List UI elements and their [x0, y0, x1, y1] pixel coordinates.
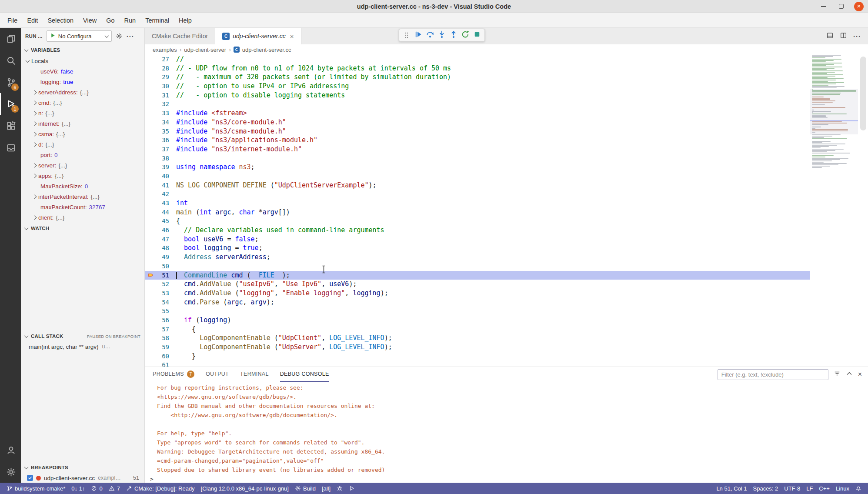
- remote-os[interactable]: Linux: [833, 483, 852, 494]
- code-line-54[interactable]: 54 cmd.Parse (argc, argv);: [145, 298, 810, 307]
- variable-row[interactable]: n:{...}: [21, 108, 144, 118]
- variable-row[interactable]: client:{...}: [21, 212, 144, 223]
- gutter-glyph[interactable]: [145, 73, 156, 82]
- cmake-status[interactable]: CMake: [Debug]: Ready: [123, 483, 198, 494]
- line-number[interactable]: 33: [156, 109, 169, 118]
- breadcrumb-item-1[interactable]: udp-client-server: [184, 47, 226, 53]
- line-number[interactable]: 50: [156, 262, 169, 271]
- line-number[interactable]: 40: [156, 172, 169, 181]
- code-line-60[interactable]: 60 }: [145, 352, 810, 361]
- code-editor[interactable]: 27//28// - UDP flow from n0 to n1 of 102…: [145, 55, 868, 367]
- code-line-58[interactable]: 58 LogComponentEnable ("UdpClient", LOG_…: [145, 334, 810, 343]
- code-line-39[interactable]: 39using namespace ns3;: [145, 163, 810, 172]
- activity-settings[interactable]: [0, 461, 21, 483]
- code-line-48[interactable]: 48 bool logging = true;: [145, 244, 810, 253]
- line-number[interactable]: 42: [156, 190, 169, 199]
- activity-search[interactable]: [0, 50, 21, 71]
- code-line-32[interactable]: 32: [145, 100, 810, 109]
- debug-target-button[interactable]: [334, 483, 346, 494]
- menu-item-go[interactable]: Go: [101, 13, 119, 27]
- cursor-position[interactable]: Ln 51, Col 1: [713, 483, 750, 494]
- code-line-38[interactable]: 38: [145, 154, 810, 163]
- gutter-glyph[interactable]: [145, 199, 156, 208]
- minimize-button[interactable]: [819, 2, 828, 11]
- variable-row[interactable]: csma:{...}: [21, 129, 144, 139]
- console-filter-input[interactable]: [718, 369, 828, 380]
- drag-handle[interactable]: [401, 30, 412, 40]
- code-line-33[interactable]: 33#include <fstream>: [145, 109, 810, 118]
- git-sync-status[interactable]: 0↓ 1↑: [68, 483, 88, 494]
- line-number[interactable]: 61: [156, 360, 169, 367]
- variable-row[interactable]: MaxPacketSize:0: [21, 181, 144, 191]
- line-number[interactable]: 30: [156, 82, 169, 91]
- code-line-34[interactable]: 34#include "ns3/core-module.h": [145, 118, 810, 127]
- code-line-50[interactable]: 50: [145, 262, 810, 271]
- variable-row[interactable]: serverAddress:{...}: [21, 87, 144, 97]
- debug-console[interactable]: Type "show configuration" for configurat…: [145, 382, 868, 483]
- variable-row[interactable]: logging:true: [21, 77, 144, 87]
- gutter-glyph[interactable]: [145, 280, 156, 289]
- panel-tab-terminal[interactable]: TERMINAL: [240, 367, 269, 382]
- variable-row[interactable]: Locals: [21, 56, 144, 66]
- gutter-glyph[interactable]: [145, 244, 156, 253]
- variable-row[interactable]: port:0: [21, 150, 144, 160]
- menu-item-view[interactable]: View: [78, 13, 101, 27]
- breakpoint-checkbox[interactable]: [27, 475, 33, 481]
- console-options-icon[interactable]: [834, 370, 841, 379]
- line-number[interactable]: 46: [156, 226, 169, 235]
- code-line-46[interactable]: 46 // Declare variables used in command-…: [145, 226, 810, 235]
- gutter-glyph[interactable]: [145, 262, 156, 271]
- variables-section-header[interactable]: VARIABLES: [21, 44, 144, 56]
- code-line-35[interactable]: 35#include "ns3/csma-module.h": [145, 127, 810, 136]
- language-mode[interactable]: C++: [816, 483, 833, 494]
- code-line-42[interactable]: 42: [145, 190, 810, 199]
- activity-source-control[interactable]: 6: [0, 71, 21, 93]
- line-number[interactable]: 52: [156, 280, 169, 289]
- gutter-glyph[interactable]: [145, 127, 156, 136]
- line-number[interactable]: 34: [156, 118, 169, 127]
- code-line-31[interactable]: 31// - option to disable logging stateme…: [145, 91, 810, 100]
- tab-udp-client-server-cc[interactable]: Cudp-client-server.cc×: [215, 28, 301, 44]
- line-number[interactable]: 49: [156, 253, 169, 262]
- line-number[interactable]: 39: [156, 163, 169, 172]
- code-line-53[interactable]: 53 cmd.AddValue ("logging", "Enable logg…: [145, 289, 810, 298]
- continue-button[interactable]: [413, 30, 424, 40]
- restart-button[interactable]: [460, 30, 471, 40]
- minimap[interactable]: [810, 55, 858, 367]
- notifications-bell[interactable]: [852, 483, 865, 494]
- stop-button[interactable]: [472, 30, 482, 40]
- code-line-59[interactable]: 59 LogComponentEnable ("UdpServer", LOG_…: [145, 343, 810, 352]
- code-line-56[interactable]: 56 if (logging): [145, 316, 810, 325]
- line-number[interactable]: 51: [156, 271, 169, 280]
- line-number[interactable]: 57: [156, 325, 169, 334]
- code-line-41[interactable]: 41NS_LOG_COMPONENT_DEFINE ("UdpClientSer…: [145, 181, 810, 190]
- line-number[interactable]: 54: [156, 298, 169, 307]
- gutter-glyph[interactable]: [145, 109, 156, 118]
- code-line-57[interactable]: 57 {: [145, 325, 810, 334]
- console-prompt[interactable]: >: [150, 474, 868, 483]
- variable-row[interactable]: useV6:false: [21, 66, 144, 77]
- watch-section-header[interactable]: WATCH: [21, 223, 144, 234]
- gutter-glyph[interactable]: [145, 91, 156, 100]
- configure-gear-icon[interactable]: [116, 33, 123, 40]
- code-line-52[interactable]: 52 cmd.AddValue ("useIpv6", "Use Ipv6", …: [145, 280, 810, 289]
- step-out-button[interactable]: [448, 30, 459, 40]
- line-number[interactable]: 29: [156, 73, 169, 82]
- encoding[interactable]: UTF-8: [781, 483, 803, 494]
- menu-item-terminal[interactable]: Terminal: [140, 13, 174, 27]
- kit-status[interactable]: [Clang 12.0.0 x86_64-pc-linux-gnu]: [198, 483, 292, 494]
- call-stack-frame[interactable]: main(int argc, char ** argv) u…: [21, 342, 144, 351]
- code-line-44[interactable]: 44main (int argc, char *argv[]): [145, 208, 810, 217]
- code-line-28[interactable]: 28// - UDP flow from n0 to n1 of 1024 by…: [145, 64, 810, 73]
- launch-config-dropdown[interactable]: No Configura: [47, 30, 112, 42]
- code-line-61[interactable]: 61: [145, 360, 810, 367]
- gutter-glyph[interactable]: [145, 352, 156, 361]
- code-line-30[interactable]: 30// - option to use IPv4 or IPv6 addres…: [145, 82, 810, 91]
- gutter-glyph[interactable]: [145, 100, 156, 109]
- gutter-glyph[interactable]: [145, 181, 156, 190]
- variable-row[interactable]: maxPacketCount:32767: [21, 202, 144, 212]
- gutter-glyph[interactable]: [145, 118, 156, 127]
- gutter-glyph[interactable]: [145, 298, 156, 307]
- eol[interactable]: LF: [803, 483, 816, 494]
- activity-explorer[interactable]: [0, 28, 21, 50]
